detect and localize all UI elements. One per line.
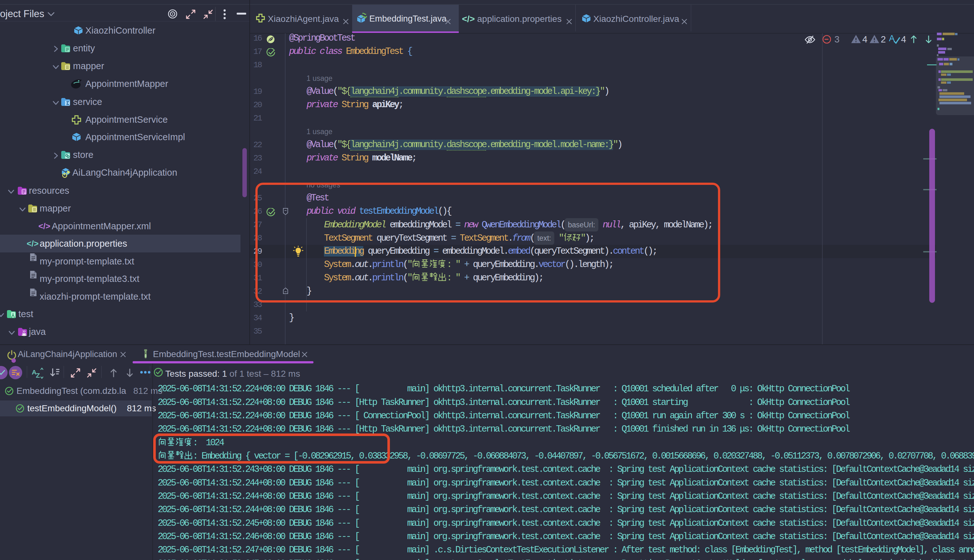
svg-text:Z: Z (36, 372, 40, 379)
